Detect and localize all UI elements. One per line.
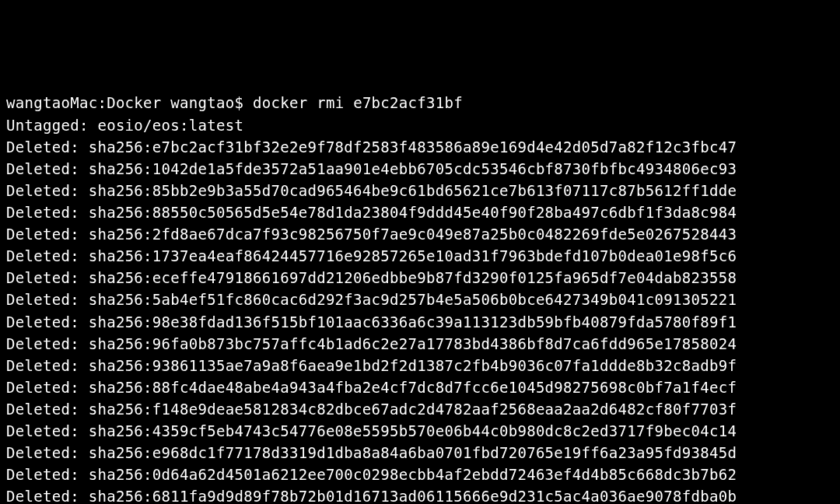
- deleted-line: Deleted: sha256:f148e9deae5812834c82dbce…: [6, 398, 834, 420]
- deleted-label: Deleted:: [6, 160, 79, 177]
- deleted-hash: sha256:2fd8ae67dca7f93c98256750f7ae9c049…: [89, 226, 737, 243]
- deleted-hash: sha256:88fc4dae48abe4a943a4fba2e4cf7dc8d…: [89, 379, 737, 396]
- deleted-label: Deleted:: [6, 335, 79, 352]
- deleted-line: Deleted: sha256:e7bc2acf31bf32e2e9f78df2…: [6, 136, 834, 158]
- deleted-hash: sha256:4359cf5eb4743c54776e08e5595b570e0…: [89, 422, 737, 439]
- deleted-label: Deleted:: [6, 291, 79, 308]
- prompt-symbol: $: [235, 94, 244, 111]
- deleted-hash: sha256:e7bc2acf31bf32e2e9f78df2583f48358…: [89, 138, 737, 156]
- deleted-line: Deleted: sha256:e968dc1f77178d3319d1dba8…: [6, 442, 834, 464]
- deleted-label: Deleted:: [6, 313, 79, 331]
- deleted-hash: sha256:98e38fdad136f515bf101aac6336a6c39…: [89, 313, 737, 331]
- deleted-hash: sha256:1737ea4eaf86424457716e92857265e10…: [89, 247, 737, 264]
- deleted-hash: sha256:e968dc1f77178d3319d1dba8a84a6ba07…: [89, 444, 737, 461]
- deleted-hash: sha256:93861135ae7a9a8f6aea9e1bd2f2d1387…: [89, 357, 737, 374]
- deleted-hash: sha256:85bb2e9b3a55d70cad965464be9c61bd6…: [89, 182, 737, 199]
- deleted-label: Deleted:: [6, 444, 79, 461]
- deleted-label: Deleted:: [6, 379, 79, 396]
- deleted-hash: sha256:88550c50565d5e54e78d1da23804f9ddd…: [89, 204, 737, 221]
- deleted-line: Deleted: sha256:1042de1a5fde3572a51aa901…: [6, 158, 834, 180]
- deleted-hash: sha256:eceffe47918661697dd21206edbbe9b87…: [89, 269, 737, 286]
- deleted-label: Deleted:: [6, 422, 79, 439]
- deleted-label: Deleted:: [6, 204, 79, 221]
- untagged-value: eosio/eos:latest: [97, 117, 243, 134]
- deleted-line: Deleted: sha256:5ab4ef51fc860cac6d292f3a…: [6, 289, 834, 310]
- deleted-label: Deleted:: [6, 357, 79, 374]
- prompt-line[interactable]: wangtaoMac:Docker wangtao$ docker rmi e7…: [6, 92, 834, 114]
- deleted-hash: sha256:f148e9deae5812834c82dbce67adc2d47…: [89, 401, 737, 418]
- deleted-line: Deleted: sha256:0d64a62d4501a6212ee700c0…: [6, 464, 834, 485]
- deleted-hash: sha256:0d64a62d4501a6212ee700c0298ecbb4a…: [89, 466, 737, 483]
- prompt-host: wangtaoMac: [6, 94, 97, 111]
- deleted-label: Deleted:: [6, 138, 79, 156]
- deleted-line: Deleted: sha256:4359cf5eb4743c54776e08e5…: [6, 420, 834, 442]
- deleted-line: Deleted: sha256:1737ea4eaf86424457716e92…: [6, 245, 834, 267]
- deleted-line: Deleted: sha256:88fc4dae48abe4a943a4fba2…: [6, 376, 834, 398]
- prompt-user: wangtao: [170, 94, 234, 111]
- deleted-label: Deleted:: [6, 466, 79, 483]
- command-text: docker rmi e7bc2acf31bf: [253, 94, 463, 111]
- deleted-hash: sha256:6811fa9d9d89f78b72b01d16713ad0611…: [89, 488, 737, 504]
- deleted-hash: sha256:1042de1a5fde3572a51aa901e4ebb6705…: [89, 160, 737, 177]
- deleted-line: Deleted: sha256:85bb2e9b3a55d70cad965464…: [6, 180, 834, 201]
- deleted-line: Deleted: sha256:93861135ae7a9a8f6aea9e1b…: [6, 355, 834, 376]
- deleted-line: Deleted: sha256:2fd8ae67dca7f93c98256750…: [6, 223, 834, 245]
- deleted-label: Deleted:: [6, 488, 79, 504]
- deleted-label: Deleted:: [6, 401, 79, 418]
- deleted-line: Deleted: sha256:6811fa9d9d89f78b72b01d16…: [6, 485, 834, 504]
- terminal-output: wangtaoMac:Docker wangtao$ docker rmi e7…: [6, 92, 834, 504]
- untagged-label: Untagged:: [6, 117, 89, 134]
- deleted-label: Deleted:: [6, 269, 79, 286]
- deleted-hash: sha256:96fa0b873bc757affc4b1ad6c2e27a177…: [89, 335, 737, 352]
- deleted-label: Deleted:: [6, 226, 79, 243]
- deleted-line: Deleted: sha256:96fa0b873bc757affc4b1ad6…: [6, 333, 834, 355]
- prompt-path: Docker: [107, 94, 161, 111]
- deleted-line: Deleted: sha256:88550c50565d5e54e78d1da2…: [6, 201, 834, 223]
- deleted-hash: sha256:5ab4ef51fc860cac6d292f3ac9d257b4e…: [89, 291, 737, 308]
- deleted-label: Deleted:: [6, 247, 79, 264]
- deleted-line: Deleted: sha256:98e38fdad136f515bf101aac…: [6, 311, 834, 333]
- deleted-label: Deleted:: [6, 182, 79, 199]
- deleted-line: Deleted: sha256:eceffe47918661697dd21206…: [6, 267, 834, 289]
- untagged-line: Untagged: eosio/eos:latest: [6, 114, 834, 136]
